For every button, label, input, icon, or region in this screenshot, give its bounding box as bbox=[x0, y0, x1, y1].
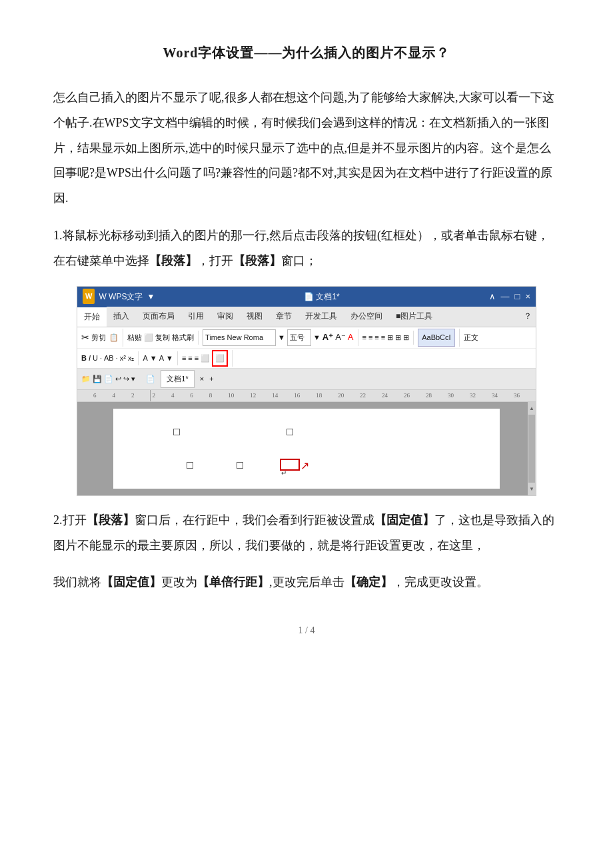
tab-review[interactable]: 审阅 bbox=[211, 307, 240, 327]
close-btn: × bbox=[525, 289, 530, 305]
indent-increase-icon[interactable]: ≡ bbox=[195, 351, 199, 365]
indent-decrease-icon[interactable]: ≡ bbox=[188, 351, 192, 365]
wps-dropdown-arrow: ▼ bbox=[147, 289, 155, 305]
tab-insert[interactable]: 插入 bbox=[107, 307, 136, 327]
scroll-down-btn[interactable]: ▼ bbox=[529, 484, 534, 494]
paste-label[interactable]: 粘贴 bbox=[127, 331, 142, 345]
format-sep2: · bbox=[116, 351, 118, 365]
font-shrink-btn[interactable]: A⁻ bbox=[335, 329, 346, 346]
paste-group: 粘贴 ⬜ 复制 格式刷 bbox=[127, 331, 199, 345]
tab-page-layout[interactable]: 页面布局 bbox=[136, 307, 181, 327]
page-title: Word字体设置——为什么插入的图片不显示？ bbox=[53, 40, 560, 65]
font-size-arrow[interactable]: ▼ bbox=[313, 331, 320, 345]
image-dot-4 bbox=[237, 462, 243, 469]
paste-icon: 📋 bbox=[109, 331, 119, 345]
cursor-placeholder: ↵ ↗ bbox=[280, 459, 300, 471]
font-name-arrow[interactable]: ▼ bbox=[278, 331, 285, 345]
titlebar-left: W W WPS文字 ▼ bbox=[83, 289, 155, 304]
strikethrough-btn[interactable]: AB bbox=[104, 351, 114, 365]
cursor-icon: ↵ bbox=[281, 469, 287, 477]
text-color-down-btn[interactable]: ▼ bbox=[150, 351, 157, 365]
red-arrow-icon: ↗ bbox=[301, 456, 309, 476]
red-box: ↵ bbox=[280, 459, 300, 471]
font-size-selector[interactable]: 五号 bbox=[287, 329, 311, 346]
font-grow-btn[interactable]: A⁺ bbox=[322, 329, 333, 346]
image-dot-1 bbox=[173, 429, 180, 435]
align-center-icon[interactable]: ≡ bbox=[368, 331, 372, 345]
line-spacing-icon[interactable]: ≡ bbox=[182, 351, 186, 365]
format-group: B I U · AB · x² x₂ bbox=[81, 351, 139, 365]
align-justify-icon[interactable]: ≡ bbox=[381, 331, 385, 345]
style-label-group: 正文 bbox=[464, 331, 478, 345]
sort-icon[interactable]: ⊞ bbox=[403, 331, 409, 345]
table-icon[interactable]: ⊞ bbox=[387, 331, 393, 345]
paragraph-4: 我们就将【固定值】更改为【单倍行距】,更改完后单击【确定】，完成更改设置。 bbox=[53, 570, 560, 595]
copy-icon: ⬜ bbox=[144, 331, 153, 345]
paragraph-align-group: ≡ ≡ ≡ ≡ ⊞ ⊞ ⊞ bbox=[362, 331, 414, 345]
subscript-btn[interactable]: x₂ bbox=[128, 351, 135, 365]
cut-icon: ✂ bbox=[81, 329, 89, 347]
superscript-btn[interactable]: x² bbox=[120, 351, 126, 365]
ribbon-tabs: 开始 插入 页面布局 引用 审阅 视图 章节 开发工具 办公空间 ■图片工具 ？ bbox=[77, 307, 536, 327]
indent-icon[interactable]: ⊞ bbox=[395, 331, 401, 345]
tab-developer[interactable]: 开发工具 bbox=[299, 307, 344, 327]
close-tab-btn[interactable]: × bbox=[200, 372, 204, 386]
wps-titlebar: W W WPS文字 ▼ 📄 文档1* ∧ — □ × bbox=[77, 287, 536, 307]
toolbar-icons: 📁 💾 📄 ↩ ↪ ▾ bbox=[81, 372, 135, 386]
font-color-btn[interactable]: A bbox=[348, 329, 354, 346]
wps-screenshot: W W WPS文字 ▼ 📄 文档1* ∧ — □ × 开始 插入 页面布局 引用… bbox=[77, 286, 536, 496]
style-label: 正文 bbox=[464, 333, 478, 341]
font-group: Times New Roma ▼ 五号 ▼ A⁺ A⁻ A bbox=[203, 329, 358, 346]
text-color-group: A ▼ A ▼ bbox=[143, 351, 177, 365]
paragraph-3: 2.打开【段落】窗口后，在行距中，我们会看到行距被设置成【固定值】了，这也是导致… bbox=[53, 508, 560, 559]
add-tab-btn[interactable]: + bbox=[209, 372, 213, 386]
wps-filename: 📄 文档1* bbox=[304, 289, 340, 305]
document-bar: 📁 💾 📄 ↩ ↪ ▾ 📄 文档1* × + bbox=[77, 369, 536, 390]
scrollbar[interactable]: ▲ ▼ bbox=[528, 402, 536, 495]
wps-app-name: W WPS文字 bbox=[99, 289, 143, 305]
text-bg-down-btn[interactable]: ▼ bbox=[166, 351, 173, 365]
doc-tab-label[interactable]: 文档1* bbox=[161, 370, 194, 388]
ribbon-toolbar-row1: ✂ 剪切 📋 粘贴 ⬜ 复制 格式刷 Times New Roma ▼ 五号 ▼… bbox=[77, 327, 536, 349]
align-right-icon[interactable]: ≡ bbox=[374, 331, 378, 345]
tab-reference[interactable]: 引用 bbox=[181, 307, 211, 327]
paragraph-2: 1.将鼠标光标移动到插入的图片的那一行,然后点击段落的按钮(红框处），或者单击鼠… bbox=[53, 223, 560, 274]
help-btn[interactable]: ？ bbox=[520, 307, 536, 327]
tab-picture[interactable]: ■图片工具 bbox=[389, 307, 439, 327]
doc-icon: 📄 bbox=[146, 372, 155, 386]
ruler: 642 2 46810 12141618 20222426 2830323436 bbox=[77, 390, 536, 402]
copy-label[interactable]: 复制 bbox=[155, 331, 170, 345]
tab-home[interactable]: 开始 bbox=[77, 307, 107, 327]
paragraph-1: 怎么自己插入的图片不显示了呢,很多人都在想这个问题,为了能够给大家解决,大家可以… bbox=[53, 85, 560, 211]
style-normal-btn[interactable]: AaBbCcI bbox=[418, 329, 454, 347]
tab-chapter[interactable]: 章节 bbox=[269, 307, 299, 327]
italic-btn[interactable]: I bbox=[89, 351, 91, 365]
text-bg-btn[interactable]: A bbox=[159, 351, 164, 365]
underline-btn[interactable]: U bbox=[93, 351, 98, 365]
scroll-up-btn[interactable]: ▲ bbox=[529, 403, 534, 413]
image-dot-2 bbox=[287, 429, 293, 435]
para-icon[interactable]: ⬜ bbox=[212, 350, 228, 367]
scroll-thumb[interactable] bbox=[528, 415, 535, 483]
format-sep1: · bbox=[100, 351, 102, 365]
font-name-selector[interactable]: Times New Roma bbox=[203, 329, 276, 346]
wps-logo: W bbox=[83, 289, 95, 304]
cut-label[interactable]: 剪切 bbox=[91, 331, 106, 345]
paper-content: ↵ ↗ bbox=[133, 415, 480, 475]
clipboard-group: ✂ 剪切 📋 bbox=[81, 329, 123, 347]
format-label[interactable]: 格式刷 bbox=[172, 331, 194, 345]
minimize-btn: — bbox=[501, 289, 510, 305]
border-btn[interactable]: ⬜ bbox=[201, 351, 210, 365]
tab-view[interactable]: 视图 bbox=[240, 307, 269, 327]
text-highlight-btn[interactable]: A bbox=[143, 351, 147, 365]
tab-office[interactable]: 办公空间 bbox=[344, 307, 389, 327]
bold-btn[interactable]: B bbox=[81, 351, 87, 365]
align-left-icon[interactable]: ≡ bbox=[362, 331, 366, 345]
wps-paper: ↵ ↗ bbox=[113, 409, 500, 489]
line-spacing-group: ≡ ≡ ≡ ⬜ ⬜ bbox=[182, 350, 233, 367]
minimize-icon: ∧ bbox=[489, 289, 496, 305]
ruler-ticks: 642 2 46810 12141618 20222426 2830323436 bbox=[80, 390, 533, 401]
image-dot-3 bbox=[187, 462, 193, 469]
titlebar-controls: ∧ — □ × bbox=[489, 289, 530, 305]
ribbon-toolbar-row2: B I U · AB · x² x₂ A ▼ A ▼ ≡ ≡ ≡ ⬜ ⬜ bbox=[77, 349, 536, 369]
